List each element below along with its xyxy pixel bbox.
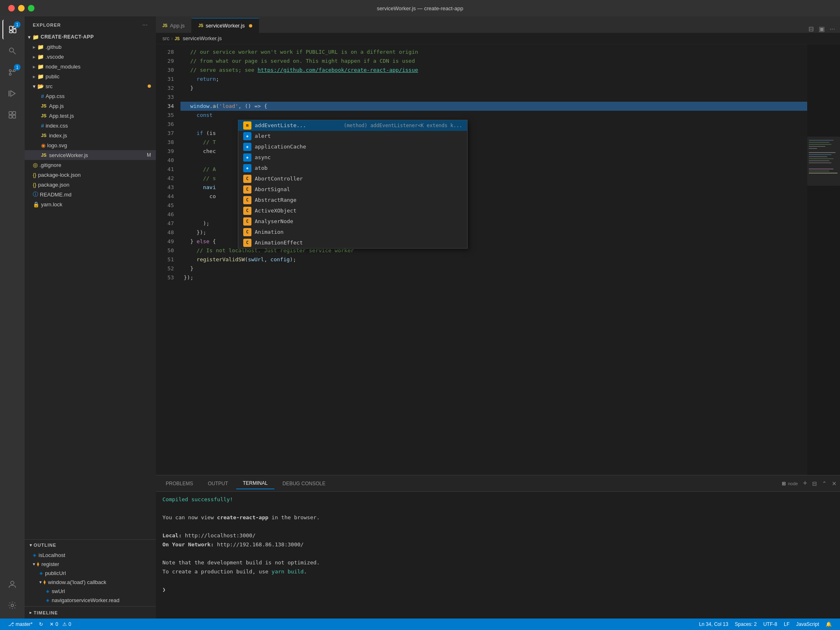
sidebar-actions[interactable]: ··· — [142, 21, 148, 29]
window-controls[interactable] — [8, 5, 34, 11]
ac-item-abortcontroller[interactable]: C AbortController — [238, 173, 467, 184]
ac-label-addeventlistener: addEventListe... — [255, 121, 339, 130]
extensions-activity-icon[interactable] — [2, 105, 22, 125]
code-line-33 — [180, 93, 807, 102]
source-control-activity-icon[interactable]: 1 — [2, 62, 22, 82]
split-terminal-icon[interactable]: ⊟ — [812, 480, 817, 487]
breadcrumb-file[interactable]: JS serviceWorker.js — [175, 35, 222, 41]
terminal-prompt[interactable]: ❯ — [162, 585, 833, 594]
ac-item-animationeffect[interactable]: C AnimationEffect — [238, 237, 467, 248]
editor-code-area[interactable]: // our service worker won't work if PUBL… — [180, 44, 807, 475]
maximize-button[interactable] — [28, 5, 34, 11]
ac-item-animation[interactable]: C Animation — [238, 227, 467, 237]
notification-status[interactable]: 🔔 — [822, 621, 835, 627]
language-status[interactable]: JavaScript — [793, 621, 822, 627]
ac-item-async[interactable]: ◈ async — [238, 152, 467, 163]
error-icon: ✕ — [50, 621, 54, 627]
github-folder[interactable]: ▸ 📁 .github — [25, 42, 156, 52]
ac-label-applicationcache: applicationCache — [255, 142, 462, 151]
package-lock-label: package-lock.json — [38, 172, 81, 178]
timeline-chevron-icon: ▸ — [30, 610, 32, 615]
ac-label-atob: atob — [255, 164, 462, 173]
outline-item-swurl[interactable]: ◈ swUrl — [25, 587, 156, 596]
ac-item-abortsignal[interactable]: C AbortSignal — [238, 184, 467, 195]
line-ending-status[interactable]: LF — [781, 621, 793, 627]
minimize-button[interactable] — [18, 5, 25, 11]
package-json-file[interactable]: {} package.json — [25, 180, 156, 189]
editor-content[interactable]: 28 29 30 31 32 33 34 35 36 37 38 39 40 4… — [156, 44, 840, 475]
maximize-terminal-icon[interactable]: ⌃ — [822, 480, 827, 487]
layout-icon[interactable]: ▣ — [819, 25, 825, 33]
new-terminal-icon[interactable]: ⊞ node — [782, 481, 798, 486]
ac-label-async: async — [255, 153, 462, 162]
add-terminal-icon[interactable]: + — [803, 479, 807, 488]
outline-header[interactable]: ▾ OUTLINE — [25, 540, 156, 550]
vscode-folder[interactable]: ▸ 📁 .vscode — [25, 52, 156, 62]
ac-item-atob[interactable]: ◈ atob — [238, 163, 467, 173]
logo-svg-file[interactable]: ◉ logo.svg — [25, 140, 156, 150]
ac-item-addeventlistener[interactable]: m addEventListe... (method) addEventList… — [238, 120, 467, 131]
sidebar-header: EXPLORER ··· — [25, 16, 156, 32]
sync-status[interactable]: ↻ — [36, 619, 46, 630]
src-folder[interactable]: ▾ 📂 src — [25, 81, 156, 91]
terminal-content[interactable]: Compiled successfully! You can now view … — [156, 492, 840, 619]
terminal-actions: ⊞ node + ⊟ ⌃ ✕ — [782, 479, 837, 488]
chevron-right-icon3: ▸ — [33, 64, 36, 70]
ac-item-activexobject[interactable]: C ActiveXObject — [238, 205, 467, 216]
ac-class-icon-abstractrange: C — [243, 196, 251, 204]
more-tabs-icon[interactable]: ··· — [830, 25, 835, 33]
spaces-status[interactable]: Spaces: 2 — [732, 621, 760, 627]
gitignore-file[interactable]: ◎ .gitignore — [25, 160, 156, 170]
outline-item-register[interactable]: ▾ ⧫ register — [25, 559, 156, 568]
ac-item-abstractrange[interactable]: C AbstractRange — [238, 195, 467, 205]
file-tree: ▾ 📁 CREATE-REACT-APP ▸ 📁 .github ▸ 📁 .vs… — [25, 32, 156, 539]
line-39: 39 — [156, 147, 174, 156]
line-28: 28 — [156, 48, 174, 57]
account-activity-icon[interactable] — [2, 574, 22, 594]
terminal-tab-problems[interactable]: PROBLEMS — [159, 478, 200, 489]
root-folder[interactable]: ▾ 📁 CREATE-REACT-APP — [25, 32, 156, 42]
encoding-status[interactable]: UTF-8 — [760, 621, 781, 627]
outline-item-window-callback[interactable]: ▾ ⧫ window.a('load') callback — [25, 578, 156, 587]
close-terminal-icon[interactable]: ✕ — [832, 480, 837, 487]
readme-file[interactable]: ⓘ README.md — [25, 189, 156, 199]
settings-activity-icon[interactable] — [2, 596, 22, 615]
autocomplete-dropdown[interactable]: m addEventListe... (method) addEventList… — [238, 120, 468, 249]
tab-service-worker-js[interactable]: JS serviceWorker.js — [192, 18, 259, 33]
outline-item-navigator[interactable]: ◈ navigatorserviceWorker.read — [25, 596, 156, 605]
package-lock-file[interactable]: {} package-lock.json — [25, 170, 156, 180]
index-js-file[interactable]: JS index.js — [25, 130, 156, 140]
ac-item-applicationcache[interactable]: ◈ applicationCache — [238, 142, 467, 152]
outline-item-publicurl[interactable]: ◈ publicUrl — [25, 568, 156, 578]
ac-item-analysernode[interactable]: C AnalyserNode — [238, 216, 467, 227]
explorer-activity-icon[interactable]: 1 — [2, 20, 22, 39]
terminal-tab-output[interactable]: OUTPUT — [201, 478, 235, 489]
app-css-file[interactable]: # App.css — [25, 91, 156, 101]
ac-class-icon-animation: C — [243, 228, 251, 236]
breadcrumb-src[interactable]: src — [162, 35, 169, 41]
index-css-file[interactable]: # index.css — [25, 121, 156, 130]
app-js-file[interactable]: JS App.js — [25, 101, 156, 111]
tab-app-js-label: App.js — [170, 23, 185, 29]
split-editor-icon[interactable]: ⊟ — [808, 25, 814, 33]
app-test-js-file[interactable]: JS App.test.js — [25, 111, 156, 121]
outline-callback-icon: ⧫ — [43, 580, 46, 585]
branch-status[interactable]: ⎇ master* — [5, 619, 36, 630]
service-worker-file[interactable]: JS serviceWorker.js M — [25, 150, 156, 160]
errors-status[interactable]: ✕ 0 ⚠ 0 — [46, 619, 74, 630]
close-button[interactable] — [8, 5, 15, 11]
yarn-lock-file[interactable]: 🔒 yarn.lock — [25, 199, 156, 209]
terminal-tab-terminal[interactable]: TERMINAL — [236, 478, 274, 489]
cursor-position-status[interactable]: Ln 34, Col 13 — [696, 621, 731, 627]
svg-rect-0 — [9, 26, 12, 30]
ac-class-icon-animationeffect: C — [243, 239, 251, 247]
tab-app-js[interactable]: JS App.js — [156, 18, 192, 33]
public-folder[interactable]: ▸ 📁 public — [25, 71, 156, 81]
timeline-header[interactable]: ▸ TIMELINE — [25, 608, 156, 617]
run-activity-icon[interactable] — [2, 84, 22, 103]
outline-item-islocalhost[interactable]: ◈ isLocalhost — [25, 550, 156, 559]
node-modules-folder[interactable]: ▸ 📁 node_modules — [25, 62, 156, 71]
search-activity-icon[interactable] — [2, 41, 22, 61]
ac-item-alert[interactable]: ◈ alert — [238, 131, 467, 142]
terminal-tab-debug[interactable]: DEBUG CONSOLE — [276, 478, 332, 489]
